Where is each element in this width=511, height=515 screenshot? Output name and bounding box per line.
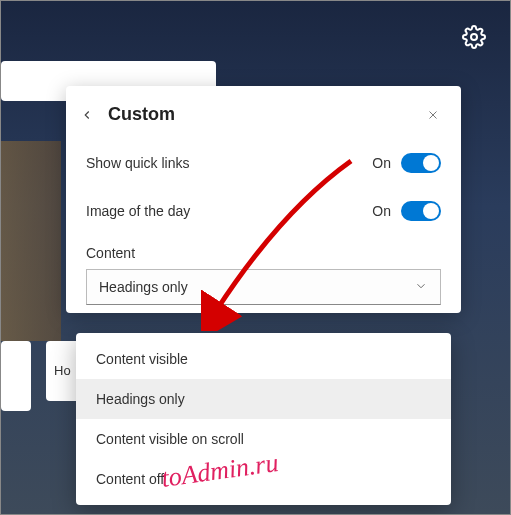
close-icon: [426, 108, 440, 122]
content-option-visible-on-scroll[interactable]: Content visible on scroll: [76, 419, 451, 459]
background-detail: [1, 141, 61, 341]
content-option-visible[interactable]: Content visible: [76, 339, 451, 379]
content-dropdown: Content visible Headings only Content vi…: [76, 333, 451, 505]
row-quick-links: Show quick links On: [66, 139, 461, 187]
quick-links-label: Show quick links: [86, 155, 190, 171]
content-option-headings-only[interactable]: Headings only: [76, 379, 451, 419]
back-button[interactable]: [80, 108, 104, 122]
content-section-label: Content: [66, 235, 461, 269]
content-select-value: Headings only: [99, 279, 188, 295]
content-option-off[interactable]: Content off: [76, 459, 451, 499]
image-of-day-toggle[interactable]: [401, 201, 441, 221]
settings-gear-button[interactable]: [458, 21, 490, 53]
quick-links-state: On: [372, 155, 391, 171]
gear-icon: [462, 25, 486, 49]
chevron-left-icon: [80, 108, 94, 122]
custom-settings-panel: Custom Show quick links On Image of the …: [66, 86, 461, 313]
image-of-day-label: Image of the day: [86, 203, 190, 219]
tile-card-partial[interactable]: [1, 341, 31, 411]
panel-header: Custom: [66, 104, 461, 139]
quick-links-toggle[interactable]: [401, 153, 441, 173]
image-of-day-state: On: [372, 203, 391, 219]
row-image-of-day: Image of the day On: [66, 187, 461, 235]
tile-card-label: Ho: [54, 363, 71, 378]
svg-point-0: [471, 34, 477, 40]
chevron-down-icon: [414, 279, 428, 296]
close-button[interactable]: [423, 108, 443, 122]
content-select[interactable]: Headings only: [86, 269, 441, 305]
panel-title: Custom: [108, 104, 423, 125]
